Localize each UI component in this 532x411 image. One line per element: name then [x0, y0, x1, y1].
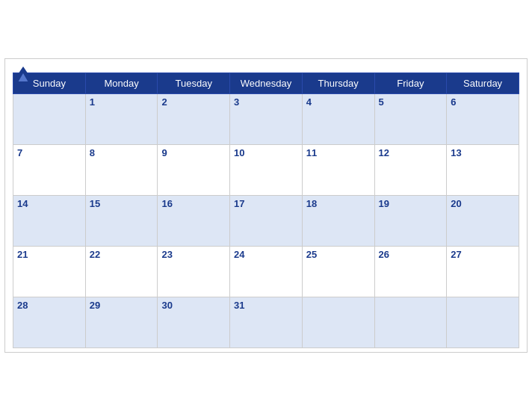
calendar-cell: 4 — [302, 94, 374, 145]
weekday-header-friday: Friday — [374, 73, 447, 94]
day-number: 27 — [451, 249, 461, 260]
weekday-header-saturday: Saturday — [447, 73, 519, 94]
day-number: 17 — [234, 198, 244, 209]
calendar-week-row: 28293031 — [13, 297, 519, 348]
calendar-cell — [447, 297, 519, 348]
day-number: 15 — [90, 198, 100, 209]
logo-wrapper — [13, 67, 36, 81]
day-number: 30 — [161, 300, 172, 311]
day-number: 8 — [90, 147, 95, 158]
day-number: 10 — [234, 147, 244, 158]
day-number: 13 — [451, 147, 461, 158]
calendar-cell: 20 — [447, 196, 519, 247]
calendar-cell: 9 — [158, 145, 230, 196]
calendar-week-row: 14151617181920 — [13, 196, 519, 247]
day-number: 11 — [306, 147, 317, 158]
calendar-cell — [374, 297, 447, 348]
calendar-cell: 6 — [447, 94, 519, 145]
calendar-container: SundayMondayTuesdayWednesdayThursdayFrid… — [4, 58, 528, 353]
day-number: 22 — [90, 249, 100, 260]
day-number: 2 — [161, 96, 167, 108]
day-number: 29 — [90, 300, 100, 311]
calendar-cell: 17 — [230, 196, 303, 247]
weekday-header-wednesday: Wednesday — [230, 73, 303, 94]
day-number: 28 — [17, 300, 28, 311]
calendar-cell: 18 — [302, 196, 374, 247]
calendar-cell: 21 — [13, 247, 86, 297]
day-number: 4 — [306, 96, 312, 108]
day-number: 1 — [90, 96, 95, 108]
weekday-header-tuesday: Tuesday — [158, 73, 230, 94]
calendar-week-row: 123456 — [13, 94, 519, 145]
day-number: 21 — [17, 249, 28, 260]
calendar-cell: 11 — [302, 145, 374, 196]
weekday-header-row: SundayMondayTuesdayWednesdayThursdayFrid… — [13, 73, 519, 94]
day-number: 20 — [451, 198, 461, 209]
day-number: 24 — [234, 249, 244, 260]
day-number: 19 — [379, 198, 389, 209]
calendar-cell: 30 — [158, 297, 230, 348]
logo-area — [13, 67, 36, 81]
day-number: 16 — [161, 198, 172, 209]
general-blue-icon — [13, 67, 34, 81]
calendar-cell: 10 — [230, 145, 303, 196]
calendar-cell: 15 — [85, 196, 158, 247]
calendar-cell: 3 — [230, 94, 303, 145]
calendar-cell: 31 — [230, 297, 303, 348]
day-number: 25 — [306, 249, 317, 260]
calendar-cell: 2 — [158, 94, 230, 145]
day-number: 3 — [234, 96, 239, 108]
calendar-cell: 8 — [85, 145, 158, 196]
day-number: 31 — [234, 300, 244, 311]
calendar-cell: 12 — [374, 145, 447, 196]
calendar-table: SundayMondayTuesdayWednesdayThursdayFrid… — [13, 72, 519, 348]
calendar-cell — [302, 297, 374, 348]
calendar-cell: 29 — [85, 297, 158, 348]
calendar-cell: 7 — [13, 145, 86, 196]
weekday-header-monday: Monday — [85, 73, 158, 94]
calendar-cell: 19 — [374, 196, 447, 247]
calendar-week-row: 21222324252627 — [13, 247, 519, 297]
calendar-cell: 14 — [13, 196, 86, 247]
calendar-cell: 24 — [230, 247, 303, 297]
day-number: 5 — [379, 96, 384, 108]
calendar-cell: 28 — [13, 297, 86, 348]
calendar-cell — [13, 94, 86, 145]
calendar-cell: 23 — [158, 247, 230, 297]
day-number: 23 — [161, 249, 172, 260]
weekday-header-thursday: Thursday — [302, 73, 374, 94]
calendar-cell: 22 — [85, 247, 158, 297]
calendar-cell: 5 — [374, 94, 447, 145]
calendar-cell: 25 — [302, 247, 374, 297]
day-number: 12 — [379, 147, 389, 158]
calendar-cell: 16 — [158, 196, 230, 247]
day-number: 18 — [306, 198, 317, 209]
day-number: 14 — [17, 198, 28, 209]
calendar-cell: 1 — [85, 94, 158, 145]
day-number: 9 — [161, 147, 167, 158]
calendar-week-row: 78910111213 — [13, 145, 519, 196]
calendar-cell: 27 — [447, 247, 519, 297]
day-number: 26 — [379, 249, 389, 260]
calendar-cell: 13 — [447, 145, 519, 196]
day-number: 7 — [17, 147, 22, 158]
calendar-cell: 26 — [374, 247, 447, 297]
day-number: 6 — [451, 96, 456, 108]
